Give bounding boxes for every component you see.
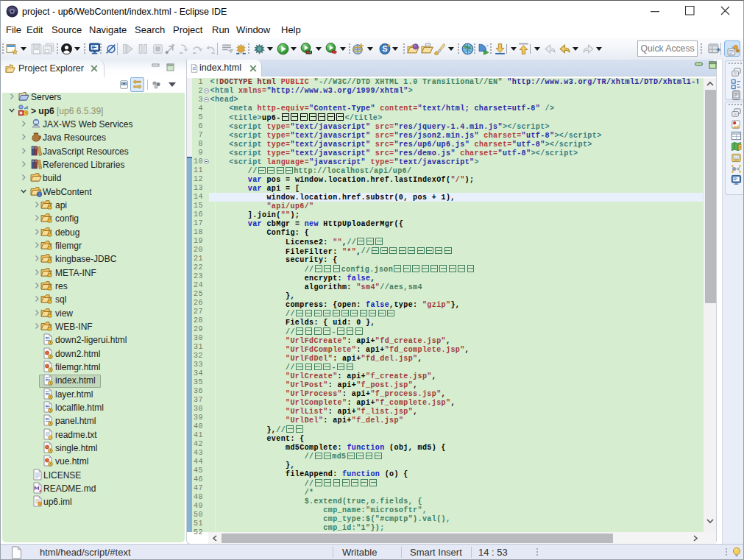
svg-text:S: S (382, 44, 387, 53)
